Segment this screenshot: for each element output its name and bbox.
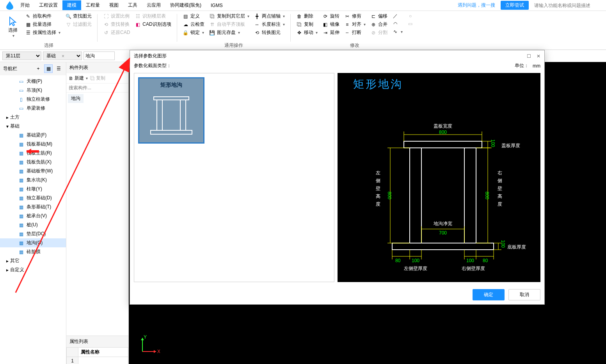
nav-item-foundation-11[interactable]: ▦垫层(DC) <box>0 229 66 238</box>
cancel-button[interactable]: 取消 <box>508 289 540 300</box>
dialog-close-icon[interactable]: ✕ <box>537 53 540 59</box>
nav-tree[interactable]: ▭天棚(P) ▭吊顶(K) ▯独立柱装修 ▭单梁装修 ▸土方 ▾基础 ▦基础梁(… <box>0 75 66 364</box>
attr-icon: ☰ <box>25 30 31 36</box>
new-component-button[interactable]: 🗎新建▾ <box>69 75 88 82</box>
menu-project[interactable]: 工程设置 <box>34 0 62 10</box>
nav-item-col-deco[interactable]: ▯独立柱装修 <box>0 95 66 104</box>
batch-select[interactable]: ▦批量选择 <box>23 21 62 28</box>
component-search-input[interactable] <box>66 83 128 92</box>
foundation-icon: ▦ <box>18 231 24 237</box>
nav-item-foundation-1[interactable]: ▦筏板基础(M) <box>0 140 66 149</box>
auto-align-top: ⇈自动平齐顶板 <box>208 21 251 28</box>
parametric-shape-dialog: 选择参数化图形 ☐ ✕ 参数化截面类型： 单位： mm 矩形地沟 矩形地沟 <box>130 50 545 305</box>
group-title-modify: 修改 <box>295 41 415 50</box>
chevron-down-icon: ▾ <box>12 34 14 38</box>
type-input[interactable] <box>84 51 115 60</box>
convert-element[interactable]: ⟲转换图元 <box>252 29 286 36</box>
nav-item-foundation-9[interactable]: ▦桩承台(V) <box>0 211 66 220</box>
ok-button[interactable]: 确定 <box>473 289 505 300</box>
nav-root-other[interactable]: ▸其它 <box>0 256 66 265</box>
nav-item-ceiling[interactable]: ▭天棚(P) <box>0 77 66 86</box>
rotate-icon: ⟳ <box>322 13 329 20</box>
menu-tool[interactable]: 工具 <box>123 0 142 10</box>
component-item-trench[interactable]: 地沟 <box>68 94 84 103</box>
select-button[interactable]: 选择 ▾ <box>4 12 22 41</box>
define-btn[interactable]: ▤定义 <box>181 12 206 20</box>
shape-card-rect-trench[interactable]: 矩形地沟 <box>138 77 204 144</box>
merge-btn[interactable]: ⊕合并 <box>369 21 389 28</box>
break-btn[interactable]: ╌打断 <box>343 29 367 36</box>
line-tool[interactable]: ／ <box>391 12 404 20</box>
nav-item-foundation-13[interactable]: ▦砖胎膜 <box>0 247 66 256</box>
mirror-btn[interactable]: ◧镜像 <box>321 21 341 28</box>
nav-item-foundation-12[interactable]: ▦地沟(G) <box>0 238 66 247</box>
two-point-axis[interactable]: ╋两点辅轴▾ <box>252 12 286 20</box>
pick-component[interactable]: ✎拾取构件 <box>23 12 62 20</box>
menu-collab[interactable]: 协同建模(限免) <box>165 0 206 10</box>
beam-icon: ▭ <box>18 105 24 112</box>
help-link[interactable]: 遇到问题，搜一搜 <box>455 1 498 10</box>
line-icon: ／ <box>392 13 398 19</box>
find-element[interactable]: 🔍查找图元 <box>64 12 93 20</box>
copy-to-floor[interactable]: ⿻复制到其它层▾ <box>208 12 251 20</box>
lock-btn[interactable]: 🔒锁定▾ <box>181 29 206 36</box>
extend-btn[interactable]: ⇥延伸 <box>321 29 341 36</box>
merge-icon: ⊕ <box>370 21 377 28</box>
nav-item-foundation-4[interactable]: ▦基础板带(W) <box>0 167 66 176</box>
offset-btn[interactable]: ⊏偏移 <box>369 12 389 20</box>
nav-item-foundation-0[interactable]: ▦基础梁(F) <box>0 131 66 140</box>
try-now-button[interactable]: 立即尝试 <box>501 1 529 10</box>
shape-type-list[interactable]: 矩形地沟 <box>134 73 334 282</box>
cloud-check[interactable]: ☁云检查 <box>181 21 206 28</box>
ruler-icon: ↔ <box>254 21 260 28</box>
rotate-btn[interactable]: ⟳旋转 <box>321 12 341 20</box>
nav-root-earthwork[interactable]: ▸土方 <box>0 113 66 122</box>
function-search-input[interactable] <box>532 2 602 9</box>
menu-view[interactable]: 视图 <box>105 0 123 10</box>
svg-text:侧: 侧 <box>498 178 502 183</box>
arc-tool[interactable]: ◠ <box>391 20 404 27</box>
attr-select[interactable]: ☰按属性选择▾ <box>23 29 62 36</box>
lock-icon: 🔒 <box>183 30 189 36</box>
menu-model[interactable]: 建模 <box>62 0 81 10</box>
save-element[interactable]: 💾图元存盘▾ <box>208 29 251 36</box>
move-btn[interactable]: ✥移动▾ <box>295 29 319 36</box>
nav-item-suspend[interactable]: ▭吊顶(K) <box>0 86 66 95</box>
shape-thumbnail <box>146 91 197 138</box>
nav-root-custom[interactable]: ▸自定义 <box>0 265 66 274</box>
trim-btn[interactable]: ✂修剪 <box>343 12 367 20</box>
foundation-icon: ▦ <box>18 249 24 255</box>
nav-close-icon[interactable]: × <box>62 53 64 59</box>
menu-qty[interactable]: 工程量 <box>81 0 105 10</box>
nav-item-beam-deco[interactable]: ▭单梁装修 <box>0 104 66 113</box>
curve-tool[interactable]: ∿▾ <box>391 28 404 35</box>
nav-list-view-icon[interactable]: ☰ <box>54 64 63 73</box>
svg-text:盖板宽度: 盖板宽度 <box>434 123 452 129</box>
nav-grid-view-icon[interactable]: ▦ <box>44 64 53 73</box>
svg-rect-8 <box>180 100 186 130</box>
nav-item-foundation-6[interactable]: ▦柱墩(Y) <box>0 185 66 194</box>
nav-root-foundation[interactable]: ▾基础 <box>0 122 66 131</box>
menu-start[interactable]: 开始 <box>16 0 34 10</box>
menu-igms[interactable]: IGMS <box>206 1 227 10</box>
dialog-maximize-icon[interactable]: ☐ <box>527 53 531 59</box>
nav-add-icon[interactable]: + <box>34 64 43 73</box>
foundation-icon: ▦ <box>18 141 24 147</box>
floor-select[interactable]: 第11层 <box>2 51 41 60</box>
nav-item-foundation-3[interactable]: ▦筏板负筋(X) <box>0 158 66 167</box>
copy-floor-icon: ⿻ <box>209 13 215 20</box>
svg-rect-13 <box>392 243 494 250</box>
align-btn[interactable]: ≡对齐▾ <box>343 21 367 28</box>
nav-item-foundation-10[interactable]: ▦桩(U) <box>0 220 66 229</box>
nav-item-foundation-5[interactable]: ▦集水坑(K) <box>0 176 66 185</box>
delete-btn[interactable]: 🗑删除 <box>295 12 319 20</box>
nav-item-foundation-8[interactable]: ▦条形基础(T) <box>0 202 66 211</box>
app-logo[interactable] <box>4 2 16 9</box>
nav-item-foundation-2[interactable]: ▦筏板主筋(R) <box>0 149 66 158</box>
nav-item-foundation-7[interactable]: ▦独立基础(D) <box>0 194 66 202</box>
cad-options[interactable]: ◧CAD识别选项 <box>133 21 172 28</box>
length-dim[interactable]: ↔长度标注▾ <box>252 21 286 28</box>
copy-btn[interactable]: ⿻复制 <box>295 21 319 28</box>
property-table[interactable]: 属性名称 1 <box>66 347 128 364</box>
menu-cloud[interactable]: 云应用 <box>142 0 165 10</box>
